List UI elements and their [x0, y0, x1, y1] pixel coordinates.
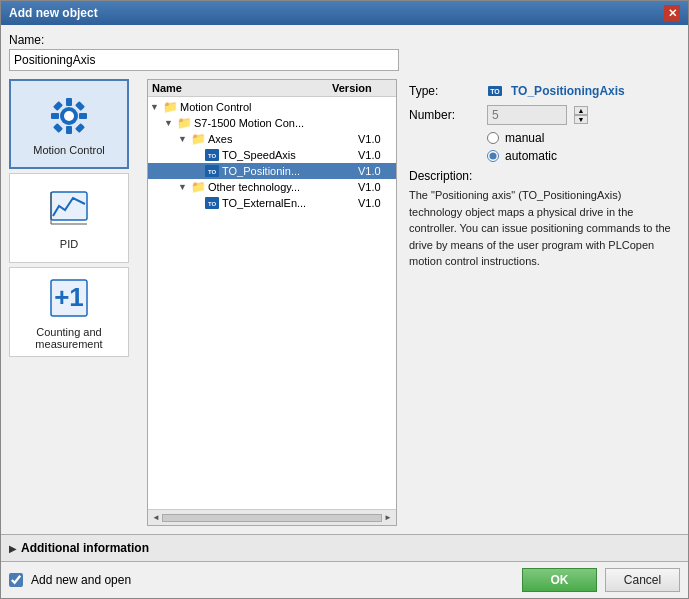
tree-item-other[interactable]: ▼ 📁 Other technology... V1.0	[148, 179, 396, 195]
svg-rect-6	[53, 101, 63, 111]
manual-radio[interactable]	[487, 132, 499, 144]
category-pid[interactable]: PID	[9, 173, 129, 263]
description-label: Description:	[409, 169, 676, 183]
type-row: Type: TO TO_PositioningAxis	[409, 83, 676, 99]
radio-group: manual automatic	[487, 131, 676, 163]
svg-text:TO: TO	[208, 201, 217, 207]
right-panel: Type: TO TO_PositioningAxis Number: ▲	[405, 79, 680, 526]
svg-rect-5	[79, 113, 87, 119]
automatic-radio[interactable]	[487, 150, 499, 162]
category-counting[interactable]: +1 Counting and measurement	[9, 267, 129, 357]
svg-point-1	[64, 111, 74, 121]
tree-item-s7-1500[interactable]: ▼ 📁 S7-1500 Motion Con...	[148, 115, 396, 131]
svg-rect-8	[53, 123, 63, 133]
automatic-label: automatic	[505, 149, 557, 163]
cancel-button[interactable]: Cancel	[605, 568, 680, 592]
main-area: Motion Control PID	[9, 79, 680, 526]
tree-item-to-speedaxis[interactable]: TO TO_SpeedAxis V1.0	[148, 147, 396, 163]
name-input[interactable]	[9, 49, 399, 71]
dialog-content: Name:	[1, 25, 688, 534]
tree-item-axes[interactable]: ▼ 📁 Axes V1.0	[148, 131, 396, 147]
type-value: TO_PositioningAxis	[511, 84, 625, 98]
spin-up-button[interactable]: ▲	[574, 106, 588, 115]
pid-label: PID	[60, 238, 78, 250]
svg-rect-2	[66, 98, 72, 106]
radio-automatic-row: automatic	[487, 149, 676, 163]
description-text: The "Positioning axis" (TO_PositioningAx…	[409, 187, 676, 270]
ok-button[interactable]: OK	[522, 568, 597, 592]
tree-header-version: Version	[332, 82, 392, 94]
add-new-open-label: Add new and open	[31, 573, 514, 587]
type-label: Type:	[409, 84, 479, 98]
tree-item-to-positionin[interactable]: TO TO_Positionin... V1.0	[148, 163, 396, 179]
svg-text:TO: TO	[490, 88, 500, 95]
tree-body[interactable]: ▼ 📁 Motion Control ▼ 📁 S7-1500 Motion Co…	[148, 97, 396, 509]
svg-rect-7	[75, 101, 85, 111]
expand-arrow-icon[interactable]: ▶	[9, 543, 17, 554]
svg-text:TO: TO	[208, 169, 217, 175]
tree-item-to-externalen[interactable]: TO TO_ExternalEn... V1.0	[148, 195, 396, 211]
close-button[interactable]: ✕	[664, 5, 680, 21]
dialog-title: Add new object	[9, 6, 98, 20]
name-label: Name:	[9, 33, 680, 47]
tree-panel: Name Version ▼ 📁 Motion Control ▼ 📁 S7-1…	[147, 79, 397, 526]
name-section: Name:	[9, 33, 680, 71]
additional-info-label: Additional information	[21, 541, 149, 555]
left-panel: Motion Control PID	[9, 79, 139, 526]
svg-text:TO: TO	[208, 153, 217, 159]
svg-rect-3	[66, 126, 72, 134]
number-label: Number:	[409, 108, 479, 122]
radio-manual-row: manual	[487, 131, 676, 145]
svg-rect-9	[75, 123, 85, 133]
gear-icon	[45, 92, 93, 140]
svg-rect-4	[51, 113, 59, 119]
scroll-left-arrow[interactable]: ◄	[150, 513, 162, 522]
bottom-bar: Add new and open OK Cancel	[1, 561, 688, 598]
number-input[interactable]	[487, 105, 567, 125]
title-bar: Add new object ✕	[1, 1, 688, 25]
spin-down-button[interactable]: ▼	[574, 115, 588, 124]
add-new-open-checkbox[interactable]	[9, 573, 23, 587]
tree-header-name: Name	[152, 82, 332, 94]
number-row: Number: ▲ ▼	[409, 105, 676, 125]
counting-label: Counting and measurement	[14, 326, 124, 350]
category-motion-control[interactable]: Motion Control	[9, 79, 129, 169]
svg-rect-10	[51, 192, 87, 220]
description-section: Description: The "Positioning axis" (TO_…	[409, 169, 676, 522]
tree-item-motion-control[interactable]: ▼ 📁 Motion Control	[148, 99, 396, 115]
tree-header: Name Version	[148, 80, 396, 97]
svg-text:+1: +1	[54, 282, 84, 312]
horizontal-scrollbar[interactable]	[162, 514, 382, 522]
chart-icon	[45, 186, 93, 234]
motion-control-label: Motion Control	[33, 144, 105, 156]
plus-box-icon: +1	[45, 274, 93, 322]
additional-info-section[interactable]: ▶ Additional information	[1, 534, 688, 561]
add-new-object-dialog: Add new object ✕ Name:	[0, 0, 689, 599]
scroll-right-arrow[interactable]: ►	[382, 513, 394, 522]
number-spinner: ▲ ▼	[574, 106, 588, 124]
type-icon: TO	[487, 83, 503, 99]
manual-label: manual	[505, 131, 544, 145]
tree-scrollbar: ◄ ►	[148, 509, 396, 525]
